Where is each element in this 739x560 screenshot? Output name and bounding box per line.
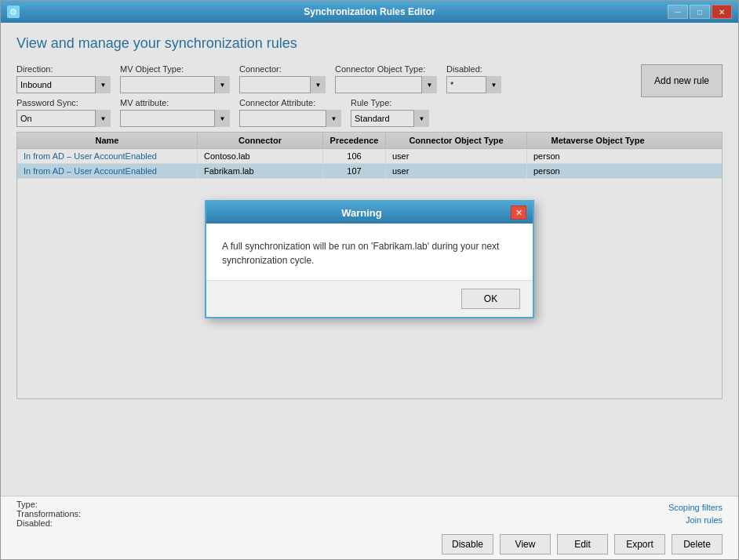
title-bar: ⚙ Synchronization Rules Editor ─ □ ✕ bbox=[1, 1, 738, 23]
disabled-info: Disabled: bbox=[16, 518, 81, 528]
transformations-info: Transformations: bbox=[16, 509, 81, 518]
warning-dialog: Warning ✕ A full synchronization will be… bbox=[205, 200, 534, 318]
dialog-title-bar: Warning ✕ bbox=[206, 202, 533, 224]
edit-button[interactable]: Edit bbox=[557, 534, 608, 555]
dialog-title: Warning bbox=[213, 207, 511, 219]
scoping-filters-link[interactable]: Scoping filters bbox=[668, 503, 723, 512]
app-icon: ⚙ bbox=[7, 5, 20, 18]
delete-button[interactable]: Delete bbox=[672, 534, 723, 555]
action-buttons: Disable View Edit Export Delete bbox=[1, 529, 738, 559]
dialog-overlay: Warning ✕ A full synchronization will be… bbox=[1, 23, 738, 496]
window-title: Synchronization Rules Editor bbox=[1, 6, 738, 17]
type-info: Type: bbox=[16, 500, 81, 509]
bottom-info-section: Type: Transformations: Disabled: bbox=[16, 500, 81, 528]
disable-button[interactable]: Disable bbox=[442, 534, 493, 555]
maximize-button[interactable]: □ bbox=[690, 5, 710, 19]
main-window: ⚙ Synchronization Rules Editor ─ □ ✕ Vie… bbox=[0, 0, 739, 560]
dialog-ok-button[interactable]: OK bbox=[461, 289, 520, 309]
bottom-section: Type: Transformations: Disabled: Scoping… bbox=[1, 496, 738, 559]
minimize-button[interactable]: ─ bbox=[668, 5, 688, 19]
dialog-message: A full synchronization will be run on 'F… bbox=[222, 239, 517, 267]
dialog-body: A full synchronization will be run on 'F… bbox=[206, 224, 533, 280]
export-button[interactable]: Export bbox=[614, 534, 665, 555]
close-window-button[interactable]: ✕ bbox=[712, 5, 732, 19]
join-rules-link[interactable]: Join rules bbox=[686, 515, 723, 525]
dialog-footer: OK bbox=[206, 280, 533, 317]
dialog-close-button[interactable]: ✕ bbox=[511, 205, 526, 220]
main-content: View and manage your synchronization rul… bbox=[1, 23, 738, 496]
view-button[interactable]: View bbox=[500, 534, 551, 555]
